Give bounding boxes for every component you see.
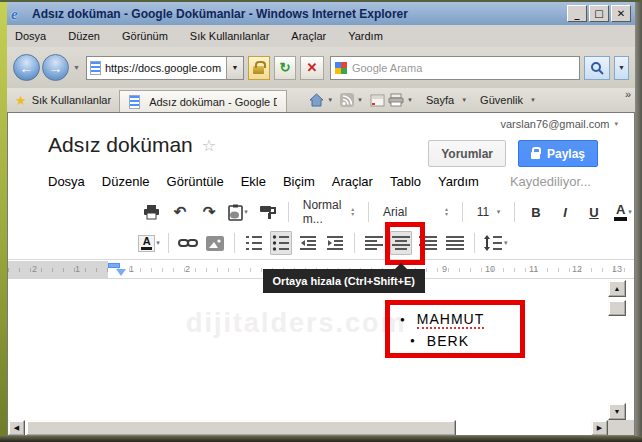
paragraph-style-select[interactable]: Normal m... ▴▾ bbox=[299, 200, 359, 224]
style-spinner-icon: ▴▾ bbox=[351, 207, 354, 217]
home-icon[interactable] bbox=[309, 93, 324, 107]
toolbar-overflow-icon[interactable]: » bbox=[625, 88, 631, 100]
ie-menu-duzen[interactable]: Düzen bbox=[68, 30, 100, 42]
docs-menu-yardim[interactable]: Yardım bbox=[438, 174, 479, 189]
doc-title[interactable]: Adsız doküman bbox=[48, 133, 193, 157]
ie-menu-araclar[interactable]: Araçlar bbox=[291, 30, 326, 42]
security-caret-icon[interactable]: ▼ bbox=[530, 97, 536, 103]
insert-image-button[interactable] bbox=[204, 231, 226, 255]
align-center-button[interactable]: Ortaya hizala (Ctrl+Shift+E) bbox=[390, 231, 412, 255]
address-bar[interactable]: ▼ bbox=[86, 56, 244, 80]
increase-indent-button[interactable] bbox=[324, 231, 346, 255]
refresh-button[interactable]: ↻ bbox=[274, 56, 296, 80]
share-button-label: Paylaş bbox=[547, 147, 585, 161]
font-size-select[interactable]: 11 ▾ bbox=[473, 200, 505, 224]
first-line-indent-marker[interactable] bbox=[108, 263, 120, 268]
scroll-up-button[interactable]: ▲ bbox=[608, 280, 626, 297]
docs-menu-araclar[interactable]: Araçlar bbox=[332, 174, 373, 189]
align-right-button[interactable] bbox=[417, 231, 439, 255]
list-item[interactable]: ● MAHMUT bbox=[400, 309, 520, 330]
list-item[interactable]: ● BERK bbox=[400, 330, 520, 351]
docs-menu-goruntule[interactable]: Görüntüle bbox=[167, 174, 224, 189]
address-dropdown-button[interactable]: ▼ bbox=[226, 57, 243, 79]
paint-format-button[interactable] bbox=[256, 200, 278, 224]
numbered-list-button[interactable] bbox=[243, 231, 265, 255]
favorites-button[interactable]: ★ Sık Kullanılanlar bbox=[7, 88, 119, 112]
close-button[interactable]: ✕ bbox=[611, 5, 631, 22]
history-dropdown-icon[interactable]: ▼ bbox=[73, 64, 80, 71]
redo-button[interactable]: ↷ bbox=[198, 200, 220, 224]
read-mail-icon[interactable] bbox=[370, 94, 385, 107]
ie-menu-yardim[interactable]: Yardım bbox=[348, 30, 383, 42]
address-input[interactable] bbox=[105, 62, 226, 74]
horizontal-scrollbar-thumb[interactable] bbox=[26, 420, 456, 436]
font-size-value: 11 bbox=[477, 205, 489, 219]
toolbar-separator bbox=[368, 202, 369, 222]
italic-button[interactable]: I bbox=[554, 200, 576, 224]
home-caret-icon[interactable]: ▼ bbox=[327, 97, 333, 103]
bullet-list-button[interactable] bbox=[270, 231, 292, 255]
vertical-scrollbar[interactable]: ▲ ▼ bbox=[608, 280, 626, 420]
security-lock-button[interactable] bbox=[248, 56, 270, 80]
forward-button[interactable]: → bbox=[42, 54, 69, 81]
feed-rss-icon[interactable] bbox=[340, 93, 354, 107]
search-input[interactable] bbox=[352, 62, 579, 74]
search-go-button[interactable] bbox=[584, 56, 610, 80]
scroll-left-button[interactable]: ◀ bbox=[8, 420, 25, 436]
clipboard-caret-icon: ▾ bbox=[244, 208, 248, 216]
left-indent-marker[interactable] bbox=[116, 269, 126, 276]
justify-button[interactable] bbox=[444, 231, 466, 255]
ie-menu-sik-kullanilanlar[interactable]: Sık Kullanılanlar bbox=[190, 30, 270, 42]
page-caret-icon[interactable]: ▼ bbox=[461, 97, 467, 103]
account-row[interactable]: varslan76@gmail.com ▾ bbox=[500, 118, 618, 130]
docs-menu-tablo[interactable]: Tablo bbox=[390, 174, 421, 189]
print-icon[interactable] bbox=[388, 93, 404, 107]
ruler-number: 13 bbox=[612, 264, 622, 274]
share-button[interactable]: Paylaş bbox=[518, 140, 598, 167]
stop-button[interactable]: ✕ bbox=[300, 56, 324, 80]
underline-button[interactable]: U bbox=[583, 200, 605, 224]
docs-menu-dosya[interactable]: Dosya bbox=[48, 174, 85, 189]
search-box[interactable] bbox=[330, 56, 580, 80]
scroll-right-button[interactable]: ▶ bbox=[591, 420, 608, 436]
google-logo-icon bbox=[335, 62, 347, 74]
document-canvas[interactable]: dijitalders.com ● MAHMUT ● BERK bbox=[8, 280, 608, 420]
undo-button[interactable]: ↶ bbox=[169, 200, 191, 224]
ruler-number: 1 bbox=[129, 264, 134, 274]
maximize-button[interactable]: □ bbox=[589, 5, 609, 22]
feed-caret-icon[interactable]: ▼ bbox=[357, 97, 363, 103]
printer-icon bbox=[143, 204, 160, 220]
toolbar-separator bbox=[234, 233, 235, 253]
ie-menu-gorunum[interactable]: Görünüm bbox=[122, 30, 168, 42]
docs-menu-bicim[interactable]: Biçim bbox=[283, 174, 315, 189]
web-clipboard-button[interactable]: ▾ bbox=[227, 200, 249, 224]
print-caret-icon[interactable]: ▼ bbox=[407, 97, 413, 103]
window-border-bottom bbox=[0, 436, 642, 442]
font-family-select[interactable]: Arial ▴▾ bbox=[379, 200, 452, 224]
account-email: varslan76@gmail.com bbox=[500, 118, 609, 130]
text-color-button[interactable]: A ▾ bbox=[612, 200, 634, 224]
favorites-star-icon: ★ bbox=[15, 93, 27, 108]
ie-menu-dosya[interactable]: Dosya bbox=[15, 30, 46, 42]
back-button[interactable]: ← bbox=[13, 54, 40, 81]
bold-button[interactable]: B bbox=[525, 200, 547, 224]
minimize-button[interactable]: _ bbox=[567, 5, 587, 22]
horizontal-scrollbar[interactable]: ◀ ▶ bbox=[8, 420, 634, 436]
comments-button[interactable]: Yorumlar bbox=[428, 140, 506, 167]
line-spacing-button[interactable]: ▾ bbox=[483, 231, 508, 255]
decrease-indent-button[interactable] bbox=[297, 231, 319, 255]
scroll-down-button[interactable]: ▼ bbox=[608, 403, 626, 420]
highlight-color-button[interactable]: A ▾ bbox=[138, 231, 160, 255]
docs-menu-ekle[interactable]: Ekle bbox=[241, 174, 266, 189]
page-menu[interactable]: Sayfa bbox=[426, 94, 454, 106]
security-menu[interactable]: Güvenlik bbox=[480, 94, 523, 106]
align-left-button[interactable] bbox=[363, 231, 385, 255]
browser-tab[interactable]: Adsız doküman - Google D... bbox=[119, 90, 287, 112]
search-options-caret[interactable]: ▼ bbox=[614, 56, 629, 80]
insert-link-button[interactable] bbox=[177, 231, 199, 255]
print-button[interactable] bbox=[140, 200, 162, 224]
doc-star-icon[interactable]: ☆ bbox=[202, 136, 216, 155]
share-lock-icon bbox=[531, 152, 540, 159]
docs-menu-duzenle[interactable]: Düzenle bbox=[102, 174, 150, 189]
vertical-scrollbar-thumb[interactable] bbox=[608, 300, 626, 316]
